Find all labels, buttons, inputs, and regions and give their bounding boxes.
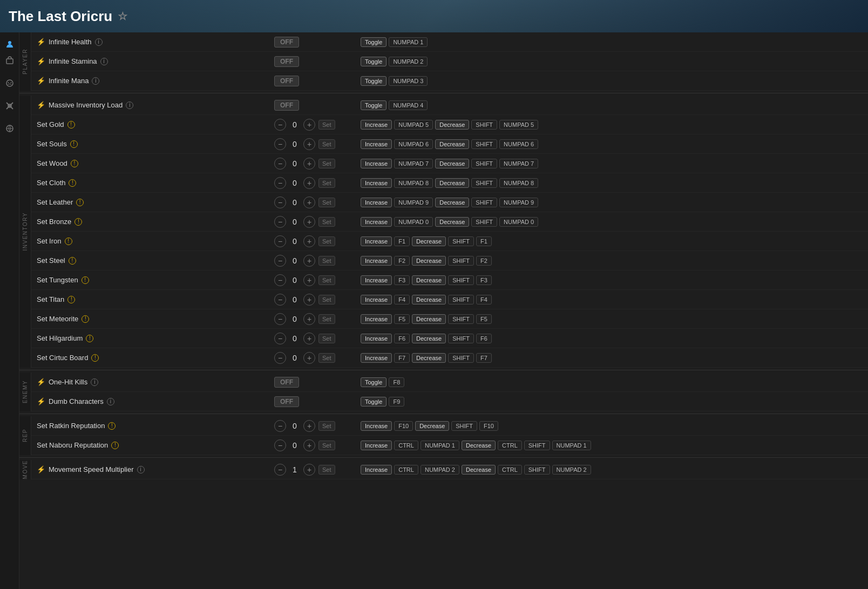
set-souls-info[interactable]: ! [70,140,78,148]
set-cirtuc-board-shift[interactable]: SHIFT [448,353,474,363]
movement-speed-multiplier-ctrl[interactable]: CTRL [394,465,418,475]
set-titan-decrease-btn[interactable]: − [274,294,286,306]
set-gold-decrease-btn[interactable]: − [274,119,286,131]
set-naboru-reputation-ctrl[interactable]: CTRL [394,441,418,450]
massive-inventory-numpad4[interactable]: NUMPAD 4 [389,100,428,110]
set-steel-info[interactable]: ! [69,257,76,265]
set-titan-decrease-hotkey[interactable]: Decrease [412,295,446,304]
set-tungsten-f3[interactable]: F3 [394,275,410,285]
set-gold-increase-hotkey[interactable]: Increase [361,120,392,130]
set-ratkin-reputation-shift[interactable]: SHIFT [451,421,477,431]
movement-speed-multiplier-increase-btn[interactable]: + [303,464,315,476]
one-hit-kills-info[interactable]: i [91,378,98,386]
set-steel-shift[interactable]: SHIFT [448,256,474,266]
set-ratkin-reputation-increase-hotkey[interactable]: Increase [361,421,392,431]
infinite-health-info[interactable]: i [95,38,103,46]
set-gold-set-btn[interactable]: Set [318,120,335,130]
set-steel-shift-f2[interactable]: F2 [476,256,492,266]
infinite-health-numpad1[interactable]: NUMPAD 1 [389,37,428,47]
set-souls-increase-btn[interactable]: + [303,138,315,150]
favorite-star-icon[interactable]: ☆ [118,10,127,23]
set-naboru-reputation-shift-numpad1[interactable]: NUMPAD 1 [552,441,591,450]
set-hilgardium-shift-f6[interactable]: F6 [476,334,492,343]
movement-speed-multiplier-increase-hotkey[interactable]: Increase [361,465,392,475]
set-wood-numpad7[interactable]: NUMPAD 7 [394,159,433,168]
set-naboru-reputation-ctrl2[interactable]: CTRL [498,441,522,450]
set-meteorite-decrease-btn[interactable]: − [274,313,286,325]
set-ratkin-reputation-f10[interactable]: F10 [394,421,413,431]
set-leather-shift[interactable]: SHIFT [471,198,497,207]
set-titan-set-btn[interactable]: Set [318,295,335,304]
set-iron-set-btn[interactable]: Set [318,236,335,246]
set-naboru-reputation-increase-btn[interactable]: + [303,439,315,451]
movement-speed-multiplier-info[interactable]: i [137,466,145,473]
set-bronze-increase-hotkey[interactable]: Increase [361,217,392,227]
set-steel-set-btn[interactable]: Set [318,256,335,266]
set-cirtuc-board-f7[interactable]: F7 [394,353,410,363]
set-titan-info[interactable]: ! [67,296,75,303]
set-cloth-increase-btn[interactable]: + [303,177,315,189]
set-bronze-increase-btn[interactable]: + [303,216,315,228]
set-leather-info[interactable]: ! [76,199,84,206]
set-wood-increase-btn[interactable]: + [303,158,315,170]
set-souls-numpad6[interactable]: NUMPAD 6 [394,139,433,149]
infinite-stamina-toggle-btn[interactable]: Toggle [361,57,386,66]
set-naboru-reputation-decrease-btn[interactable]: − [274,439,286,451]
set-souls-shift-numpad6[interactable]: NUMPAD 6 [499,139,538,149]
set-naboru-reputation-numpad1[interactable]: NUMPAD 1 [421,441,459,450]
set-gold-decrease-hotkey[interactable]: Decrease [435,120,469,130]
movement-speed-multiplier-numpad2[interactable]: NUMPAD 2 [421,465,459,475]
set-leather-decrease-hotkey[interactable]: Decrease [435,198,469,207]
set-cirtuc-board-decrease-hotkey[interactable]: Decrease [412,353,446,363]
set-ratkin-reputation-info[interactable]: ! [108,422,116,430]
set-cloth-decrease-btn[interactable]: − [274,177,286,189]
set-steel-increase-hotkey[interactable]: Increase [361,256,392,266]
set-iron-shift[interactable]: SHIFT [448,236,474,246]
set-wood-decrease-hotkey[interactable]: Decrease [435,159,469,168]
set-cirtuc-board-shift-f7[interactable]: F7 [476,353,492,363]
set-tungsten-decrease-hotkey[interactable]: Decrease [412,275,446,285]
set-steel-f2[interactable]: F2 [394,256,410,266]
set-hilgardium-decrease-btn[interactable]: − [274,333,286,344]
set-iron-info[interactable]: ! [65,238,72,245]
set-wood-increase-hotkey[interactable]: Increase [361,159,392,168]
set-wood-set-btn[interactable]: Set [318,159,335,168]
set-tungsten-increase-btn[interactable]: + [303,274,315,286]
movement-speed-multiplier-ctrl2[interactable]: CTRL [498,465,522,475]
sidebar-icon-combat[interactable] [2,98,17,113]
set-wood-shift[interactable]: SHIFT [471,159,497,168]
set-wood-shift-numpad7[interactable]: NUMPAD 7 [499,159,538,168]
set-leather-set-btn[interactable]: Set [318,198,335,207]
set-hilgardium-f6[interactable]: F6 [394,334,410,343]
set-souls-decrease-hotkey[interactable]: Decrease [435,139,469,149]
set-gold-info[interactable]: ! [67,121,75,128]
sidebar-icon-world[interactable] [2,121,17,136]
sidebar-icon-player[interactable] [2,37,17,52]
set-meteorite-set-btn[interactable]: Set [318,314,335,324]
infinite-health-toggle-btn[interactable]: Toggle [361,37,386,47]
set-naboru-reputation-shift[interactable]: SHIFT [524,441,550,450]
set-wood-decrease-btn[interactable]: − [274,158,286,170]
sidebar-icon-inventory[interactable] [2,53,17,68]
set-bronze-decrease-hotkey[interactable]: Decrease [435,217,469,227]
set-bronze-numpad0[interactable]: NUMPAD 0 [394,217,433,227]
one-hit-kills-f8[interactable]: F8 [389,377,404,387]
set-ratkin-reputation-decrease-btn[interactable]: − [274,420,286,432]
movement-speed-multiplier-shift-numpad2[interactable]: NUMPAD 2 [552,465,591,475]
infinite-mana-info[interactable]: i [92,77,99,85]
set-titan-shift-f4[interactable]: F4 [476,295,492,304]
dumb-characters-toggle-btn[interactable]: Toggle [361,397,386,407]
set-cirtuc-board-info[interactable]: ! [91,354,99,362]
set-bronze-info[interactable]: ! [74,218,82,226]
set-tungsten-shift-f3[interactable]: F3 [476,275,492,285]
set-hilgardium-shift[interactable]: SHIFT [448,334,474,343]
set-ratkin-reputation-set-btn[interactable]: Set [318,421,335,431]
set-hilgardium-increase-btn[interactable]: + [303,333,315,344]
set-tungsten-increase-hotkey[interactable]: Increase [361,275,392,285]
set-bronze-shift-numpad0[interactable]: NUMPAD 0 [499,217,538,227]
set-steel-decrease-btn[interactable]: − [274,255,286,267]
set-meteorite-info[interactable]: ! [82,315,89,323]
set-meteorite-f5[interactable]: F5 [394,314,410,324]
set-bronze-decrease-btn[interactable]: − [274,216,286,228]
set-naboru-reputation-increase-hotkey[interactable]: Increase [361,441,392,450]
